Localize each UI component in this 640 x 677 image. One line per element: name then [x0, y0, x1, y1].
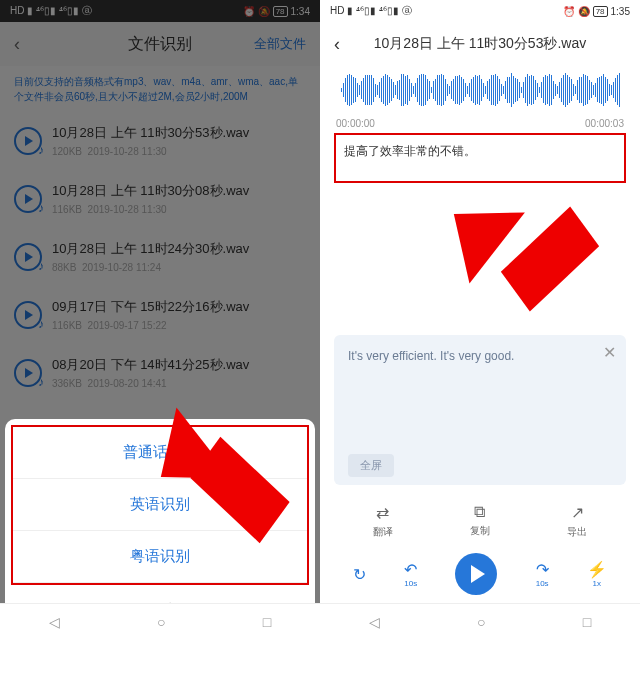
time-row: 00:00:00 00:00:03 [320, 114, 640, 133]
right-header: ‹ 10月28日 上午 11时30分53秒.wav [320, 22, 640, 66]
nav-home-icon[interactable]: ○ [477, 614, 485, 630]
system-nav-bar: ◁ ○ □ [320, 603, 640, 640]
status-left-icons: HD ▮ ⁴⁶▯▮ ⁴⁶▯▮ ⓐ [330, 4, 412, 18]
silent-icon: 🔕 [578, 6, 590, 17]
nav-recent-icon[interactable]: □ [583, 614, 591, 630]
export-icon: ↗ [571, 503, 584, 522]
system-nav-bar: ◁ ○ □ [0, 603, 320, 640]
forward-10s-button[interactable]: ↷10s [536, 560, 549, 588]
tool-row: ⇄翻译 ⧉复制 ↗导出 [334, 493, 626, 545]
translated-text: It's very efficient. It's very good. [348, 349, 612, 454]
rewind-10s-button[interactable]: ↶10s [404, 560, 417, 588]
time-end: 00:00:03 [585, 118, 624, 129]
left-screen: HD ▮ ⁴⁶▯▮ ⁴⁶▯▮ ⓐ ⏰ 🔕 78 1:34 ‹ 文件识别 全部文件… [0, 0, 320, 640]
translate-tool[interactable]: ⇄翻译 [373, 503, 393, 539]
translate-icon: ⇄ [376, 503, 389, 522]
speed-button[interactable]: ⚡1x [587, 560, 607, 588]
right-screen: HD ▮ ⁴⁶▯▮ ⁴⁶▯▮ ⓐ ⏰ 🔕 78 1:35 ‹ 10月28日 上午… [320, 0, 640, 640]
battery-indicator: 78 [593, 6, 608, 17]
nav-home-icon[interactable]: ○ [157, 614, 165, 630]
translation-box: ✕ It's very efficient. It's very good. 全… [334, 335, 626, 485]
status-right-icons: ⏰ 🔕 78 1:35 [563, 6, 630, 17]
back-button[interactable]: ‹ [334, 34, 340, 55]
playback-bar: ↻ ↶10s ↷10s ⚡1x [320, 545, 640, 603]
clock-time: 1:35 [611, 6, 630, 17]
copy-icon: ⧉ [474, 503, 485, 521]
copy-tool[interactable]: ⧉复制 [470, 503, 490, 539]
fullscreen-button[interactable]: 全屏 [348, 454, 394, 477]
option-cantonese[interactable]: 粤语识别 [13, 531, 307, 583]
export-tool[interactable]: ↗导出 [567, 503, 587, 539]
close-icon[interactable]: ✕ [603, 343, 616, 362]
time-start: 00:00:00 [336, 118, 375, 129]
alarm-icon: ⏰ [563, 6, 575, 17]
waveform-display[interactable] [320, 66, 640, 114]
status-bar-right: HD ▮ ⁴⁶▯▮ ⁴⁶▯▮ ⓐ ⏰ 🔕 78 1:35 [320, 0, 640, 22]
nav-recent-icon[interactable]: □ [263, 614, 271, 630]
nav-back-icon[interactable]: ◁ [49, 614, 60, 630]
recognized-text-box[interactable]: 提高了效率非常的不错。 [334, 133, 626, 183]
file-title: 10月28日 上午 11时30分53秒.wav [374, 35, 586, 53]
loop-button[interactable]: ↻ [353, 565, 366, 584]
play-button[interactable] [455, 553, 497, 595]
nav-back-icon[interactable]: ◁ [369, 614, 380, 630]
